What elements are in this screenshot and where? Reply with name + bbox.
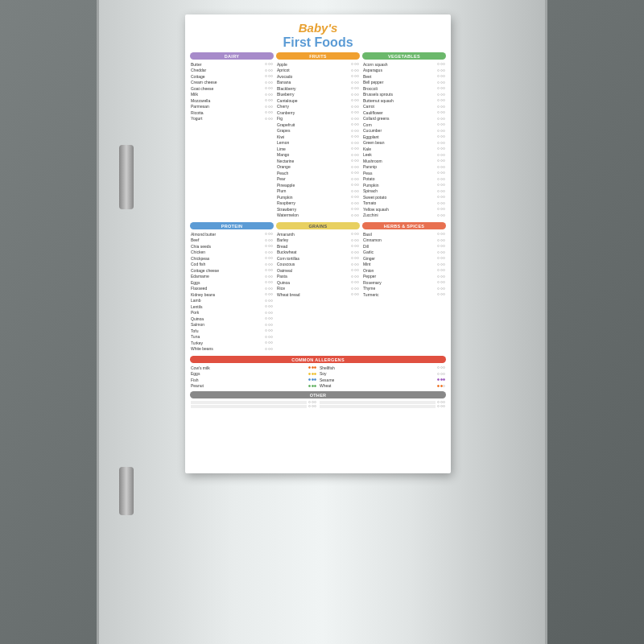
food-item: Buckwheat [276,250,360,256]
food-item: Broccoli [362,85,446,92]
food-item: Mint [362,262,446,268]
allergens-header: COMMON ALLERGENS [190,356,446,363]
food-item: Amaranth [276,231,360,237]
food-item: Pasta [276,274,360,280]
food-item: Nectarine [276,158,360,164]
food-item: Banana [276,80,360,86]
food-item: Collard greens [362,116,446,122]
food-item: Leek [362,152,446,159]
grains-header: GRAINS [276,222,360,229]
food-item: Raspberry [276,200,360,207]
food-item: Kidney beans [190,291,274,298]
baby-first-foods-poster: Baby's First Foods DAIRY Butter Cheddar … [185,14,451,473]
food-item: Fig [276,116,360,122]
food-item: Grapes [276,128,360,134]
food-item: Quinoa [190,316,274,322]
food-item: Milk [190,92,274,98]
food-item: Tuna [190,334,274,341]
food-item: Tomato [362,200,446,207]
food-item: Sesame [319,377,446,383]
food-item: Eggs [190,279,274,286]
food-item: Cinnamon [362,237,446,244]
food-item: Lemon [276,140,360,147]
food-item [319,400,446,404]
protein-section: PROTEIN Almond butter Beef Chia seeds Ch… [190,222,274,352]
allergens-section: COMMON ALLERGENS Cow's milk Eggs Fish Pe… [190,356,446,389]
food-item: Sweet potato [362,194,446,200]
food-item: Chia seeds [190,243,274,250]
food-item: Cottage cheese [190,267,274,274]
food-item: Ginger [362,255,446,262]
food-item: Barley [276,237,360,244]
food-item: Cottage [190,73,274,80]
food-item: Potato [362,176,446,183]
food-item: Flaxseed [190,286,274,292]
food-item: Pear [276,176,360,183]
food-item: Turmeric [362,291,446,298]
food-item: Acorn squash [362,61,446,68]
food-item [190,404,317,408]
title-babys: Baby's [299,21,338,35]
food-item: Cod fish [190,262,274,268]
fridge-top-handle [119,145,134,209]
food-item: Brussels sprouts [362,92,446,98]
food-item: Grapefruit [276,122,360,128]
food-item: Mushroom [362,158,446,164]
food-item: Rice [276,286,360,292]
food-item [190,400,317,404]
vegetables-section: VEGETABLES Acorn squash Asparagus Beet B… [362,52,446,218]
fridge-bottom-handle [119,467,134,515]
vegetables-header: VEGETABLES [362,52,446,60]
food-item: Beet [362,73,446,80]
food-item: Tofu [190,328,274,334]
food-item: Couscous [276,262,360,268]
food-item: Dill [362,243,446,250]
fruits-header: FRUITS [276,52,360,60]
food-item: Blueberry [276,92,360,98]
food-item: Salmon [190,322,274,328]
food-item: Apple [276,61,360,68]
food-item: Mozzarella [190,97,274,104]
poster-content: DAIRY Butter Cheddar Cottage Cream chees… [190,52,446,408]
food-item: Strawberry [276,206,360,213]
food-item: Eggs [190,371,317,378]
food-item: Plum [276,188,360,195]
food-item: Watermelon [276,213,360,219]
food-item: Chicken [190,250,274,256]
food-item: Carrot [362,104,446,110]
food-item: Basil [362,231,446,237]
food-item: Fish [190,377,317,383]
food-item: Peach [276,170,360,176]
food-item: Asparagus [362,68,446,74]
food-item: Cheddar [190,68,274,74]
grains-section: GRAINS Amaranth Barley Bread Buckwheat C… [276,222,360,352]
food-item: Lime [276,146,360,152]
protein-header: PROTEIN [190,222,274,229]
food-item: Wheat bread [276,291,360,298]
food-item: Chickpeas [190,255,274,262]
food-item: Parsnip [362,164,446,171]
herbs-header: HERBS & SPICES [362,222,446,229]
food-item: Yogurt [190,116,274,122]
food-item: Spinach [362,188,446,195]
food-item: Almond butter [190,231,274,237]
food-item: Pork [190,310,274,316]
food-item: Onion [362,267,446,274]
food-item: Pumpkin [362,182,446,188]
food-item: Blackberry [276,85,360,92]
food-item: Pumpkin [276,194,360,200]
food-item: Shellfish [319,365,446,371]
fruits-section: FRUITS Apple Apricot Avocado Banana Blac… [276,52,360,218]
food-item: Corn tortillas [276,255,360,262]
food-item: Corn [362,122,446,128]
food-item: Cantaloupe [276,97,360,104]
food-item: Green bean [362,140,446,147]
herbs-section: HERBS & SPICES Basil Cinnamon Dill Garli… [362,222,446,352]
title-first-foods: First Foods [190,35,446,50]
other-header: OTHER [190,391,446,398]
food-item: Rosemary [362,279,446,286]
food-item: Quinoa [276,279,360,286]
fridge-background: Baby's First Foods DAIRY Butter Cheddar … [0,0,644,644]
food-item: Avocado [276,73,360,80]
food-item: Cherry [276,104,360,110]
